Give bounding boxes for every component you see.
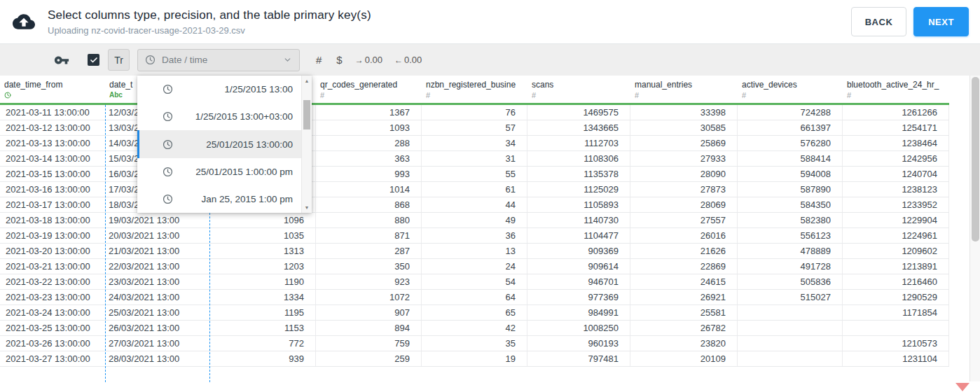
scroll-up-icon[interactable]: ▲ xyxy=(302,76,312,86)
cell[interactable]: 1135378 xyxy=(527,167,630,181)
cell[interactable]: 1238464 xyxy=(843,136,949,150)
cell[interactable]: 287 xyxy=(316,244,422,258)
cell[interactable]: 1093 xyxy=(316,120,422,135)
datetime-type-select[interactable]: Date / time xyxy=(137,49,300,71)
cell[interactable]: 1224961 xyxy=(843,228,949,243)
cell[interactable]: 1210573 xyxy=(843,336,949,351)
next-button[interactable]: NEXT xyxy=(913,7,969,36)
cell[interactable]: 28069 xyxy=(630,197,738,212)
cell[interactable]: 2021-03-25 13:00:00 xyxy=(0,321,105,335)
integer-type-button[interactable]: # xyxy=(316,54,322,66)
column-header-qr_codes_generated[interactable]: qr_codes_generated# xyxy=(316,76,422,105)
cell[interactable]: 24 xyxy=(422,259,527,274)
currency-type-button[interactable]: $ xyxy=(336,54,342,66)
cell[interactable]: 894 xyxy=(316,321,422,335)
cell[interactable]: 26016 xyxy=(630,228,738,243)
dropdown-scrollbar-thumb[interactable] xyxy=(303,100,310,130)
cell[interactable]: 21626 xyxy=(630,244,738,258)
cell[interactable]: 61 xyxy=(422,182,527,197)
cell[interactable]: 25581 xyxy=(630,305,738,320)
cell[interactable]: 582380 xyxy=(738,213,843,227)
column-header-bluetooth_active_24_hr_[interactable]: bluetooth_active_24_hr_# xyxy=(843,76,949,105)
column-header-manual_entries[interactable]: manual_entries# xyxy=(630,76,738,105)
cell[interactable]: 1195 xyxy=(209,305,316,320)
cell[interactable]: 31 xyxy=(422,151,527,166)
cell[interactable]: 2021-03-11 13:00:00 xyxy=(0,105,105,120)
cell[interactable]: 1190 xyxy=(209,274,316,289)
cell[interactable]: 54 xyxy=(422,274,527,289)
cell[interactable]: 30585 xyxy=(630,120,738,135)
cell[interactable]: 1231104 xyxy=(843,351,949,366)
cell[interactable]: 27933 xyxy=(630,151,738,166)
cell[interactable]: 24615 xyxy=(630,274,738,289)
cell[interactable]: 1469575 xyxy=(527,105,630,120)
cell[interactable]: 1213891 xyxy=(843,259,949,274)
cell[interactable] xyxy=(738,305,843,320)
column-header-scans[interactable]: scans# xyxy=(527,76,630,105)
cell[interactable]: 1112703 xyxy=(527,136,630,150)
cell[interactable]: 993 xyxy=(316,167,422,181)
cell[interactable] xyxy=(738,336,843,351)
cell[interactable]: 1290529 xyxy=(843,290,949,304)
cell[interactable]: 1233952 xyxy=(843,197,949,212)
cell[interactable]: 880 xyxy=(316,213,422,227)
cell[interactable]: 19 xyxy=(422,351,527,366)
cell[interactable]: 2021-03-12 13:00:00 xyxy=(0,120,105,135)
cell[interactable]: 1261266 xyxy=(843,105,949,120)
cell[interactable]: 20109 xyxy=(630,351,738,366)
cell[interactable]: 556123 xyxy=(738,228,843,243)
cell[interactable]: 288 xyxy=(316,136,422,150)
cell[interactable]: 2021-03-21 13:00:00 xyxy=(0,259,105,274)
cell[interactable]: 909614 xyxy=(527,259,630,274)
cell[interactable]: 724288 xyxy=(738,105,843,120)
cell[interactable]: 1238123 xyxy=(843,182,949,197)
cell[interactable]: 24/03/2021 13:00 xyxy=(105,290,209,304)
cell[interactable]: 909369 xyxy=(527,244,630,258)
cell[interactable]: 1108306 xyxy=(527,151,630,166)
cell[interactable]: 2021-03-22 13:00:00 xyxy=(0,274,105,289)
cell[interactable]: 2021-03-27 13:00:00 xyxy=(0,351,105,366)
cell[interactable]: 25869 xyxy=(630,136,738,150)
cell[interactable]: 587890 xyxy=(738,182,843,197)
cell[interactable]: 22/03/2021 13:00 xyxy=(105,259,209,274)
format-option-0[interactable]: 1/25/2015 13:00 xyxy=(137,76,301,103)
cell[interactable]: 1014 xyxy=(316,182,422,197)
cell[interactable]: 26782 xyxy=(630,321,738,335)
text-type-button[interactable]: Tr xyxy=(108,49,130,71)
cell[interactable]: 661397 xyxy=(738,120,843,135)
cell[interactable]: 871 xyxy=(316,228,422,243)
cell[interactable]: 946701 xyxy=(527,274,630,289)
cell[interactable]: 64 xyxy=(422,290,527,304)
cell[interactable]: 44 xyxy=(422,197,527,212)
cell[interactable]: 2021-03-19 13:00:00 xyxy=(0,228,105,243)
cell[interactable]: 797481 xyxy=(527,351,630,366)
cell[interactable]: 19/03/2021 13:00 xyxy=(105,213,209,227)
cell[interactable]: 23/03/2021 13:00 xyxy=(105,274,209,289)
cell[interactable]: 1153 xyxy=(209,321,316,335)
cell[interactable]: 2021-03-17 13:00:00 xyxy=(0,197,105,212)
cell[interactable]: 977369 xyxy=(527,290,630,304)
cell[interactable]: 42 xyxy=(422,321,527,335)
cell[interactable]: 1343665 xyxy=(527,120,630,135)
cell[interactable]: 23820 xyxy=(630,336,738,351)
cell[interactable]: 1254171 xyxy=(843,120,949,135)
cell[interactable]: 2021-03-14 13:00:00 xyxy=(0,151,105,166)
format-option-2[interactable]: 25/01/2015 13:00:00 xyxy=(137,130,301,158)
cell[interactable]: 505836 xyxy=(738,274,843,289)
cell[interactable]: 65 xyxy=(422,305,527,320)
cell[interactable] xyxy=(738,321,843,335)
cell[interactable]: 21/03/2021 13:00 xyxy=(105,244,209,258)
column-header-date_time_from[interactable]: date_time_from xyxy=(0,76,105,105)
cell[interactable]: 1072 xyxy=(316,290,422,304)
cell[interactable]: 1035 xyxy=(209,228,316,243)
cell[interactable]: 1367 xyxy=(316,105,422,120)
cell[interactable]: 772 xyxy=(209,336,316,351)
cell[interactable]: 22869 xyxy=(630,259,738,274)
cell[interactable]: 759 xyxy=(316,336,422,351)
column-header-nzbn_registered_busine[interactable]: nzbn_registered_busine# xyxy=(422,76,527,105)
cell[interactable]: 2021-03-24 13:00:00 xyxy=(0,305,105,320)
cell[interactable]: 2021-03-23 13:00:00 xyxy=(0,290,105,304)
cell[interactable]: 1334 xyxy=(209,290,316,304)
cell[interactable]: 36 xyxy=(422,228,527,243)
cell[interactable]: 923 xyxy=(316,274,422,289)
